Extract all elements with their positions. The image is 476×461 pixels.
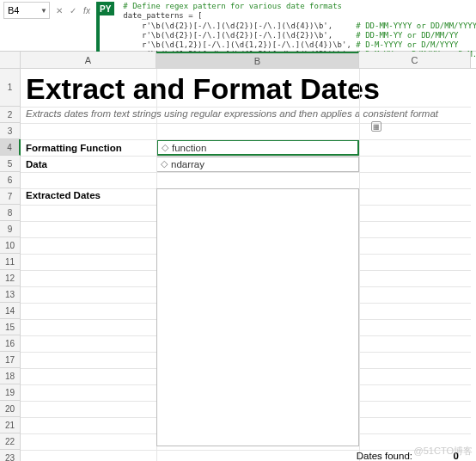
- row-header-13[interactable]: 13: [0, 286, 21, 303]
- chevron-down-icon[interactable]: ▼: [39, 3, 49, 18]
- object-icon: ◇: [162, 142, 168, 153]
- row-header-8[interactable]: 8: [0, 205, 21, 221]
- row-header-17[interactable]: 17: [0, 352, 21, 368]
- row-header-23[interactable]: 23: [0, 450, 21, 461]
- row-header-16[interactable]: 16: [0, 335, 21, 352]
- spreadsheet: A B C 1234567891011121314151617181920212…: [0, 52, 476, 461]
- col-header-b[interactable]: B: [156, 52, 359, 68]
- cell-b5-value: ndarray: [171, 159, 204, 169]
- dates-found-label: Dates found:: [261, 451, 430, 461]
- row-header-1[interactable]: 1: [0, 69, 21, 107]
- cancel-icon[interactable]: ✕: [53, 4, 65, 16]
- cell-b4-selected[interactable]: ◇ function: [156, 139, 359, 156]
- watermark: @51CTO博客: [414, 445, 473, 458]
- formula-controls: ✕ ✓ fx: [53, 2, 93, 19]
- label-extracted-dates: Extracted Dates: [26, 190, 101, 200]
- row-header-12[interactable]: 12: [0, 270, 21, 286]
- row-header-6[interactable]: 6: [0, 172, 21, 188]
- python-badge: PY: [96, 2, 114, 15]
- row-header-3[interactable]: 3: [0, 123, 21, 139]
- row-header-22[interactable]: 22: [0, 433, 21, 450]
- col-header-c[interactable]: C: [359, 52, 471, 68]
- row-header-7[interactable]: 7: [0, 188, 21, 205]
- column-headers: A B C: [0, 52, 476, 69]
- row-header-15[interactable]: 15: [0, 319, 21, 335]
- row-header-10[interactable]: 10: [0, 237, 21, 254]
- options-icon[interactable]: ▦: [371, 121, 381, 132]
- grid-area[interactable]: Extract and Format Dates Extracts dates …: [21, 69, 471, 461]
- fx-icon[interactable]: fx: [81, 4, 93, 16]
- cell-b5[interactable]: ◇ ndarray: [156, 157, 359, 172]
- row-header-18[interactable]: 18: [0, 368, 21, 384]
- formula-bar: ▼ ✕ ✓ fx PY # Define regex pattern for v…: [0, 0, 476, 52]
- page-title: Extract and Format Dates: [21, 69, 471, 107]
- row-header-14[interactable]: 14: [0, 303, 21, 319]
- extracted-dates-box[interactable]: [156, 188, 359, 446]
- object-icon: ◇: [161, 158, 168, 169]
- row-header-2[interactable]: 2: [0, 107, 21, 123]
- row-header-20[interactable]: 20: [0, 401, 21, 417]
- select-all-corner[interactable]: [0, 52, 21, 68]
- label-formatting-function: Formatting Function: [21, 143, 156, 153]
- row-header-21[interactable]: 21: [0, 417, 21, 433]
- cell-reference-input[interactable]: [4, 5, 39, 15]
- row-headers: 1234567891011121314151617181920212223: [0, 69, 21, 461]
- row-header-11[interactable]: 11: [0, 254, 21, 270]
- label-data: Data: [21, 159, 156, 169]
- cell-b4-value: function: [172, 143, 206, 153]
- row-header-9[interactable]: 9: [0, 221, 21, 237]
- accept-icon[interactable]: ✓: [67, 4, 79, 16]
- name-box[interactable]: ▼: [3, 2, 50, 19]
- row-header-5[interactable]: 5: [0, 156, 21, 172]
- row-header-4[interactable]: 4: [0, 139, 21, 156]
- page-subtitle: Extracts dates from text strings using r…: [21, 107, 471, 123]
- row-header-19[interactable]: 19: [0, 384, 21, 401]
- col-header-a[interactable]: A: [21, 52, 156, 68]
